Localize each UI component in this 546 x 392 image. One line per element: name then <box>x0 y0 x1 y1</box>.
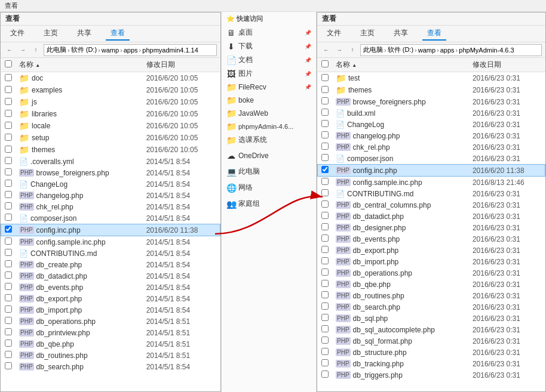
right-row-check[interactable] <box>318 335 333 347</box>
left-file-row[interactable]: PHP db_datadict.php 2014/5/1 8:54 <box>1 270 220 282</box>
left-file-row[interactable]: PHP db_routines.php 2014/5/1 8:51 <box>1 350 220 361</box>
left-file-row[interactable]: PHP changelog.php 2014/5/1 8:54 <box>1 190 220 201</box>
left-address-path[interactable]: 此电脑 › 软件 (D:) › wamp › apps › phpmyadmin… <box>44 44 217 56</box>
nav-documents[interactable]: 📄 文档 📌 <box>222 53 316 67</box>
right-file-row[interactable]: PHP db_sql.php 2016/6/23 0:31 <box>318 313 545 324</box>
right-row-check[interactable] <box>318 199 333 211</box>
right-row-check[interactable] <box>318 267 333 279</box>
left-file-row[interactable]: PHP db_search.php 2014/5/1 8:54 <box>1 361 220 372</box>
right-file-row[interactable]: PHP db_export.php 2016/6/23 0:31 <box>318 245 545 256</box>
right-row-check[interactable] <box>318 301 333 313</box>
left-row-check[interactable] <box>1 304 16 316</box>
right-file-row[interactable]: 📁 test 2016/6/23 0:31 <box>318 72 545 85</box>
right-up-button[interactable]: ↑ <box>347 45 358 55</box>
left-file-row[interactable]: PHP db_events.php 2014/5/1 8:54 <box>1 282 220 293</box>
left-file-row[interactable]: PHP db_export.php 2014/5/1 8:54 <box>1 293 220 304</box>
left-file-row[interactable]: PHP db_import.php 2014/5/1 8:54 <box>1 304 220 316</box>
right-row-check[interactable] <box>318 233 333 245</box>
left-row-check[interactable] <box>1 338 16 350</box>
right-row-check[interactable] <box>318 96 333 107</box>
left-row-check[interactable] <box>1 316 16 327</box>
right-file-row[interactable]: 📁 themes 2016/6/23 0:31 <box>318 84 545 96</box>
right-file-row[interactable]: PHP db_datadict.php 2016/6/23 0:31 <box>318 211 545 222</box>
right-toolbar-view[interactable]: 查看 <box>422 27 446 41</box>
right-address-path[interactable]: 此电脑 › 软件 (D:) › wamp › apps › phpMyAdmin… <box>360 44 542 56</box>
left-file-row[interactable]: 📁 js 2016/6/20 10:05 <box>1 96 220 108</box>
left-row-check[interactable] <box>1 293 16 304</box>
right-file-row[interactable]: PHP config.sample.inc.php 2016/8/13 21:4… <box>318 177 545 189</box>
left-file-row[interactable]: 📄 .coveralls.yml 2014/5/1 8:54 <box>1 156 220 167</box>
left-row-check[interactable] <box>1 282 16 293</box>
right-row-check[interactable] <box>318 222 333 233</box>
right-forward-button[interactable]: → <box>334 45 345 55</box>
right-row-check[interactable] <box>318 72 333 85</box>
right-toolbar-file[interactable]: 文件 <box>322 27 346 41</box>
left-file-row[interactable]: PHP db_qbe.php 2014/5/1 8:51 <box>1 338 220 350</box>
left-row-check[interactable] <box>1 96 16 108</box>
right-row-check[interactable] <box>318 153 333 165</box>
nav-boke[interactable]: 📁 boke <box>222 94 316 107</box>
left-row-check[interactable] <box>1 156 16 167</box>
left-file-row[interactable]: 📁 setup 2016/6/20 10:05 <box>1 132 220 144</box>
right-row-check[interactable] <box>318 324 333 335</box>
right-file-row[interactable]: PHP db_operations.php 2016/6/23 0:31 <box>318 267 545 279</box>
right-row-check[interactable] <box>318 211 333 222</box>
right-file-row[interactable]: PHP db_central_columns.php 2016/6/23 0:3… <box>318 199 545 211</box>
left-file-row[interactable]: PHP browse_foreigners.php 2014/5/1 8:54 <box>1 167 220 178</box>
left-row-check[interactable] <box>1 120 16 132</box>
left-row-check[interactable] <box>1 236 16 248</box>
right-file-row[interactable]: PHP db_structure.php 2016/6/23 0:31 <box>318 347 545 358</box>
nav-filerecv[interactable]: 📁 FileRecv 📌 <box>222 81 316 94</box>
right-toolbar-home[interactable]: 主页 <box>355 27 379 41</box>
left-file-row[interactable]: PHP chk_rel.php 2014/5/1 8:54 <box>1 201 220 212</box>
left-file-row[interactable]: 📁 libraries 2016/6/20 10:05 <box>1 108 220 120</box>
right-file-row[interactable]: PHP db_tracking.php 2016/6/23 0:31 <box>318 358 545 369</box>
right-file-row[interactable]: 📄 composer.json 2016/6/23 0:31 <box>318 153 545 165</box>
nav-phpmyadmin[interactable]: 📁 phpmyAdmin-4.6... <box>222 120 316 133</box>
right-row-check[interactable] <box>318 141 333 153</box>
right-row-check[interactable] <box>318 245 333 256</box>
left-toolbar-home[interactable]: 主页 <box>39 27 63 41</box>
left-file-row[interactable]: PHP db_create.php 2014/5/1 8:54 <box>1 259 220 270</box>
left-row-check[interactable] <box>1 270 16 282</box>
right-row-check[interactable] <box>318 369 333 381</box>
right-file-row[interactable]: PHP db_search.php 2016/6/23 0:31 <box>318 301 545 313</box>
left-row-check[interactable] <box>1 72 16 85</box>
left-row-check[interactable] <box>1 132 16 144</box>
right-file-row[interactable]: PHP db_sql_autocomplete.php 2016/6/23 0:… <box>318 324 545 335</box>
left-row-check[interactable] <box>1 224 16 236</box>
left-file-row[interactable]: 📁 examples 2016/6/20 10:05 <box>1 84 220 96</box>
left-row-check[interactable] <box>1 178 16 190</box>
left-row-check[interactable] <box>1 144 16 156</box>
left-row-check[interactable] <box>1 259 16 270</box>
right-row-check[interactable] <box>318 107 333 119</box>
left-row-check[interactable] <box>1 212 16 224</box>
left-row-check[interactable] <box>1 84 16 96</box>
right-file-row[interactable]: PHP db_sql_format.php 2016/6/23 0:31 <box>318 335 545 347</box>
right-col-date[interactable]: 修改日期 <box>469 58 545 72</box>
nav-desktop[interactable]: 🖥 桌面 📌 <box>222 26 316 39</box>
right-row-check[interactable] <box>318 177 333 189</box>
right-file-row[interactable]: PHP db_import.php 2016/6/23 0:31 <box>318 256 545 267</box>
right-row-check[interactable] <box>318 165 333 177</box>
right-file-row[interactable]: 📄 CONTRIBUTING.md 2016/6/23 0:31 <box>318 188 545 199</box>
left-file-row[interactable]: PHP config.inc.php 2016/6/20 11:38 <box>1 224 220 236</box>
left-toolbar-file[interactable]: 文件 <box>5 27 29 41</box>
left-file-row[interactable]: 📄 ChangeLog 2014/5/1 8:54 <box>1 178 220 190</box>
left-row-check[interactable] <box>1 190 16 201</box>
left-file-row[interactable]: PHP db_printview.php 2014/5/1 8:51 <box>1 327 220 338</box>
left-file-row[interactable]: 📁 doc 2016/6/20 10:05 <box>1 72 220 85</box>
left-file-row[interactable]: PHP config.sample.inc.php 2014/5/1 8:54 <box>1 236 220 248</box>
right-row-check[interactable] <box>318 347 333 358</box>
right-file-row[interactable]: PHP chk_rel.php 2016/6/23 0:31 <box>318 141 545 153</box>
right-file-row[interactable]: PHP db_events.php 2016/6/23 0:31 <box>318 233 545 245</box>
right-file-row[interactable]: PHP config.inc.php 2016/6/20 11:38 <box>318 165 545 177</box>
right-row-check[interactable] <box>318 279 333 290</box>
nav-this-pc[interactable]: 💻 此电脑 <box>222 165 316 178</box>
left-back-button[interactable]: ← <box>4 45 15 55</box>
left-row-check[interactable] <box>1 248 16 259</box>
nav-coursesys[interactable]: 📁 选课系统 <box>222 133 316 147</box>
right-file-row[interactable]: PHP db_triggers.php 2016/6/23 0:31 <box>318 369 545 381</box>
left-row-check[interactable] <box>1 201 16 212</box>
left-row-check[interactable] <box>1 327 16 338</box>
